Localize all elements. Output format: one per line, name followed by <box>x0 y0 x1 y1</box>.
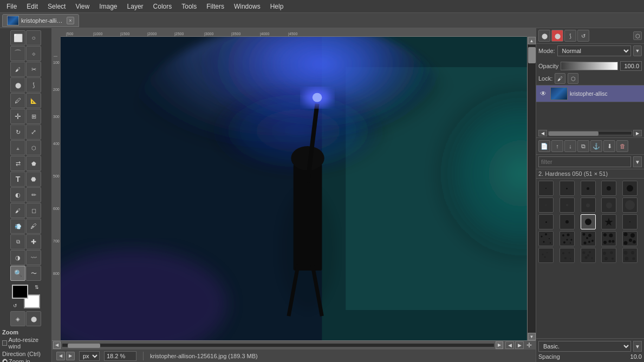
brush-preset-11[interactable] <box>538 214 554 229</box>
swap-colors-icon[interactable]: ⇅ <box>35 285 39 290</box>
fuzzy-select-tool[interactable]: ⟐ <box>26 46 41 61</box>
auto-resize-checkbox[interactable] <box>2 340 7 346</box>
color-select-tool[interactable]: 🖌 <box>10 62 25 77</box>
h-scroll-thumb[interactable] <box>68 344 100 348</box>
blend-tool[interactable]: ◐ <box>10 187 25 202</box>
layers-scroll-left[interactable]: ◀ <box>538 130 547 136</box>
img-nav-btn2[interactable]: ▶ <box>515 341 524 349</box>
brush-preset-1[interactable] <box>538 181 554 196</box>
merge-layer-btn[interactable]: ⬇ <box>603 140 615 152</box>
duplicate-layer-btn[interactable]: ⧉ <box>577 140 589 152</box>
menu-file[interactable]: File <box>2 2 21 11</box>
quick-mask-icon[interactable]: ⬤ <box>26 311 41 326</box>
cage-transform-tool[interactable]: ⬟ <box>26 156 41 171</box>
shear-tool[interactable]: ⟁ <box>10 140 25 155</box>
status-nav-left[interactable]: ◀ <box>56 352 65 360</box>
brush-category-select[interactable]: Basic. <box>538 341 631 352</box>
brush-preset-8[interactable] <box>581 198 596 213</box>
mode-select[interactable]: Normal <box>557 45 631 56</box>
brush-category-dropdown[interactable]: ▼ <box>633 341 642 352</box>
zoom-tool[interactable]: 🔍 <box>10 266 25 281</box>
brush-preset-16[interactable] <box>560 231 575 246</box>
panel-icon-undo[interactable]: ↺ <box>577 30 589 42</box>
alignment-tool[interactable]: ⊞ <box>26 109 41 124</box>
measure-tool[interactable]: 📐 <box>26 93 41 108</box>
brush-preset-10[interactable] <box>622 198 638 213</box>
rotate-tool[interactable]: ↻ <box>10 124 25 140</box>
panel-icon-paths[interactable]: ⟆ <box>564 30 576 42</box>
ink-tool[interactable]: 🖋 <box>26 219 41 234</box>
menu-layer[interactable]: Layer <box>123 2 148 11</box>
bucket-fill-tool[interactable]: ⬣ <box>26 172 41 187</box>
brush-preset-17[interactable] <box>581 231 596 246</box>
move-tool[interactable]: ✛ <box>10 109 25 124</box>
v-scroll-thumb[interactable] <box>528 47 536 63</box>
menu-tools[interactable]: Tools <box>177 2 201 11</box>
rectangle-select-tool[interactable]: ⬜ <box>10 30 25 45</box>
brush-preset-7[interactable] <box>560 198 575 213</box>
panel-config-btn[interactable]: ⬡ <box>633 31 642 40</box>
zoom-unit-select[interactable]: px <box>79 351 100 361</box>
color-mode-icon[interactable]: ◈ <box>10 311 25 326</box>
smudge-tool[interactable]: 〰 <box>26 250 41 265</box>
brush-preset-20[interactable] <box>538 248 554 263</box>
text-tool[interactable]: T <box>10 172 25 187</box>
delete-layer-btn[interactable]: 🗑 <box>616 140 628 152</box>
scale-tool[interactable]: ⤢ <box>26 124 41 140</box>
paths-tool[interactable]: ⟆ <box>26 77 41 93</box>
new-layer-btn[interactable]: 📄 <box>538 140 550 152</box>
menu-colors[interactable]: Colors <box>149 2 177 11</box>
brush-preset-24[interactable] <box>622 248 638 263</box>
brush-filter-arrow[interactable]: ▼ <box>633 156 642 167</box>
raise-layer-btn[interactable]: ↑ <box>551 140 563 152</box>
layers-scroll-thumb[interactable] <box>549 131 599 136</box>
tab-close-button[interactable]: × <box>67 17 74 24</box>
panel-icon-layers[interactable]: ⬤ <box>538 30 550 42</box>
brush-preset-21[interactable] <box>560 248 575 263</box>
panel-icon-channels[interactable]: ⬤ <box>551 30 563 42</box>
reset-colors-icon[interactable]: ↺ <box>13 303 17 308</box>
scissors-tool[interactable]: ✂ <box>26 62 41 77</box>
brush-preset-2[interactable] <box>560 181 575 196</box>
clone-tool[interactable]: ⧉ <box>10 234 25 249</box>
brush-preset-23[interactable] <box>601 248 616 263</box>
fg-color-swatch[interactable] <box>12 285 28 299</box>
brush-filter-input[interactable] <box>538 156 631 167</box>
brush-preset-12[interactable] <box>560 214 575 229</box>
foreground-select-tool[interactable]: ⬤ <box>10 77 25 93</box>
lock-position-btn[interactable]: ⬡ <box>568 73 578 84</box>
brush-preset-6[interactable] <box>538 198 554 213</box>
brush-preset-14[interactable] <box>622 214 638 229</box>
layer-item[interactable]: 👁 kristopher-allisc <box>536 85 644 102</box>
brush-preset-15[interactable] <box>538 231 554 246</box>
image-tab[interactable]: kristopher-allison-125616.jpg × <box>2 14 79 27</box>
brush-preset-13-active[interactable] <box>581 214 596 229</box>
brush-preset-5[interactable] <box>622 181 638 196</box>
pencil-tool[interactable]: ✏ <box>26 187 41 202</box>
layers-scroll-right[interactable]: ▶ <box>633 130 642 136</box>
canvas-viewport[interactable]: ▲ ▼ <box>61 37 536 340</box>
h-scroll-right-btn[interactable]: ▶ <box>496 341 503 349</box>
lock-brush-btn[interactable]: 🖌 <box>555 73 565 84</box>
menu-windows[interactable]: Windows <box>230 2 265 11</box>
v-scroll-down-btn[interactable]: ▼ <box>528 333 536 340</box>
airbrush-tool[interactable]: 💨 <box>10 219 25 234</box>
anchor-layer-btn[interactable]: ⚓ <box>590 140 602 152</box>
paintbrush-tool[interactable]: 🖌 <box>10 203 25 218</box>
menu-select[interactable]: Select <box>43 2 70 11</box>
v-scroll-up-btn[interactable]: ▲ <box>528 37 536 44</box>
mode-dropdown-btn[interactable]: ▼ <box>633 45 642 56</box>
menu-image[interactable]: Image <box>95 2 121 11</box>
opacity-input[interactable] <box>620 61 642 71</box>
menu-filters[interactable]: Filters <box>202 2 229 11</box>
brush-preset-4[interactable] <box>601 181 616 196</box>
brush-preset-19[interactable] <box>622 231 638 246</box>
layer-visibility-eye[interactable]: 👁 <box>538 89 548 98</box>
flip-tool[interactable]: ⇄ <box>10 156 25 171</box>
ellipse-select-tool[interactable]: ○ <box>26 30 41 45</box>
brush-preset-22[interactable] <box>581 248 596 263</box>
dodge-burn-tool[interactable]: ◑ <box>10 250 25 265</box>
brush-preset-star[interactable]: ★ <box>601 214 616 229</box>
crosshair-icon[interactable]: ✛ <box>524 341 535 350</box>
lower-layer-btn[interactable]: ↓ <box>564 140 576 152</box>
